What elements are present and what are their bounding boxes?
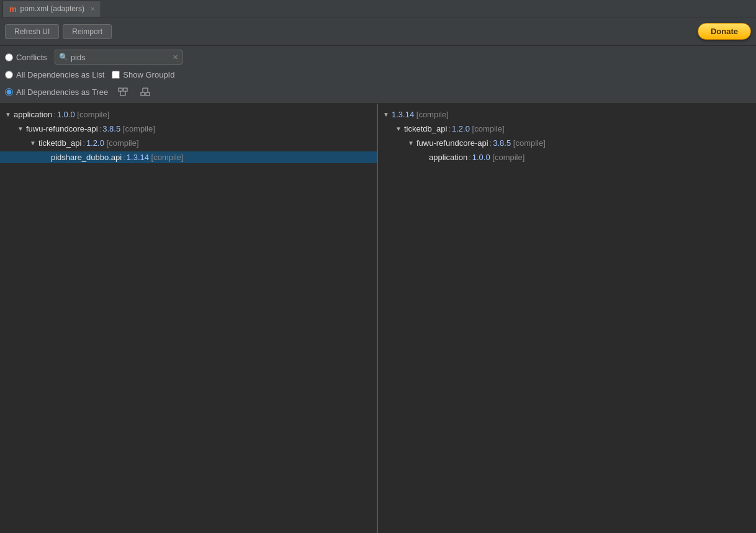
list-item[interactable]: ticketdb_api : 1.2.0 [compile]	[0, 136, 377, 150]
tree-row[interactable]: fuwu-refundcore-api : 3.8.5 [compile]	[0, 123, 377, 135]
svg-rect-1	[124, 88, 127, 91]
chevron-down-icon	[17, 125, 25, 132]
tree-row[interactable]: application : 1.0.0 [compile]	[378, 151, 756, 163]
options-row-3: All Dependencies as Tree	[5, 83, 751, 101]
all-deps-list-radio-label[interactable]: All Dependencies as List	[5, 70, 104, 79]
chevron-down-icon	[383, 111, 390, 118]
show-groupid-label: Show GroupId	[123, 70, 174, 79]
dep-name: fuwu-refundcore-api	[26, 124, 98, 133]
options-bar: Conflicts 🔍 ✕ All Dependencies as List S…	[0, 46, 756, 104]
dep-scope: [compile]	[490, 153, 525, 162]
dep-scope: [compile]	[104, 138, 139, 148]
svg-rect-6	[146, 92, 150, 96]
options-row-1: Conflicts 🔍 ✕	[5, 48, 751, 66]
dep-version: 1.0.0	[472, 153, 490, 162]
dep-scope: [compile]	[75, 110, 110, 119]
tree-row-selected[interactable]: pidshare_dubbo.api : 1.3.14 [compile]	[0, 151, 377, 163]
main-content: application : 1.0.0 [compile] fuwu-refun…	[0, 104, 756, 533]
right-panel: 1.3.14 [compile] ticketdb_api : 1.2.0 [c…	[378, 104, 756, 533]
chevron-down-icon	[408, 140, 415, 146]
refresh-ui-button[interactable]: Refresh UI	[5, 24, 59, 39]
show-groupid-checkbox-label[interactable]: Show GroupId	[112, 70, 174, 79]
chevron-down-icon	[30, 140, 37, 146]
list-item[interactable]: 1.3.14 [compile]	[378, 107, 756, 122]
all-deps-tree-radio-label[interactable]: All Dependencies as Tree	[5, 87, 108, 97]
svg-rect-5	[141, 92, 145, 96]
list-item[interactable]: fuwu-refundcore-api : 3.8.5 [compile]	[0, 122, 377, 136]
tree-row[interactable]: fuwu-refundcore-api : 3.8.5 [compile]	[378, 137, 756, 149]
dep-scope: [compile]	[149, 153, 184, 162]
conflicts-radio-label[interactable]: Conflicts	[5, 53, 47, 62]
list-item[interactable]: fuwu-refundcore-api : 3.8.5 [compile]	[378, 136, 756, 150]
dep-version: 1.3.14	[392, 110, 414, 119]
options-row-2: All Dependencies as List Show GroupId	[5, 66, 751, 83]
dep-version: 3.8.5	[493, 138, 511, 148]
dep-name: application	[14, 110, 52, 119]
list-item[interactable]: pidshare_dubbo.api : 1.3.14 [compile]	[0, 150, 377, 164]
tree-row[interactable]: application : 1.0.0 [compile]	[0, 109, 377, 120]
chevron-down-icon	[395, 125, 403, 132]
dep-name: application	[429, 153, 467, 162]
dep-version: 1.0.0	[57, 110, 75, 119]
collapse-all-button[interactable]	[115, 86, 130, 97]
dep-name: pidshare_dubbo.api	[51, 153, 122, 162]
all-deps-list-radio[interactable]	[5, 71, 13, 79]
collapse-icon	[118, 87, 128, 96]
dep-name: fuwu-refundcore-api	[416, 138, 488, 148]
list-item[interactable]: ticketdb_api : 1.2.0 [compile]	[378, 122, 756, 136]
dep-name: ticketdb_api	[404, 124, 447, 133]
left-panel: application : 1.0.0 [compile] fuwu-refun…	[0, 104, 378, 533]
dep-version: 1.3.14	[127, 153, 149, 162]
dep-version: 1.2.0	[452, 124, 470, 133]
tab-title: pom.xml (adapters)	[20, 4, 84, 13]
dep-scope: [compile]	[470, 124, 505, 133]
toolbar: Refresh UI Reimport Donate	[0, 17, 756, 46]
tree-row[interactable]: 1.3.14 [compile]	[378, 109, 756, 120]
svg-rect-0	[119, 88, 122, 91]
search-clear-button[interactable]: ✕	[173, 53, 178, 61]
show-groupid-checkbox[interactable]	[112, 71, 120, 79]
conflicts-radio[interactable]	[5, 53, 13, 61]
tree-row[interactable]: ticketdb_api : 1.2.0 [compile]	[0, 137, 377, 149]
all-deps-tree-radio[interactable]	[5, 88, 13, 96]
donate-button[interactable]: Donate	[698, 23, 751, 40]
tab-close-button[interactable]: ×	[91, 5, 94, 12]
tab-maven-icon: m	[9, 4, 17, 14]
dep-scope: [compile]	[120, 124, 155, 133]
dep-scope: [compile]	[414, 110, 449, 119]
conflicts-label: Conflicts	[16, 53, 47, 62]
tree-row[interactable]: ticketdb_api : 1.2.0 [compile]	[378, 123, 756, 135]
expand-icon	[140, 87, 150, 96]
search-input[interactable]	[71, 53, 170, 62]
dep-scope: [compile]	[511, 138, 546, 148]
all-deps-tree-label: All Dependencies as Tree	[16, 87, 108, 97]
dep-name: ticketdb_api	[38, 138, 81, 148]
title-bar: m pom.xml (adapters) ×	[0, 0, 756, 17]
expand-all-button[interactable]	[138, 86, 153, 97]
search-box: 🔍 ✕	[55, 50, 182, 65]
search-icon: 🔍	[59, 53, 68, 61]
dep-version: 1.2.0	[86, 138, 104, 148]
tab-pom-xml[interactable]: m pom.xml (adapters) ×	[2, 1, 101, 17]
dep-version: 3.8.5	[102, 124, 120, 133]
all-deps-list-label: All Dependencies as List	[16, 70, 104, 79]
list-item[interactable]: application : 1.0.0 [compile]	[378, 150, 756, 164]
reimport-button[interactable]: Reimport	[63, 24, 112, 39]
toolbar-left: Refresh UI Reimport	[5, 24, 112, 39]
list-item[interactable]: application : 1.0.0 [compile]	[0, 107, 377, 122]
chevron-down-icon	[5, 111, 12, 118]
